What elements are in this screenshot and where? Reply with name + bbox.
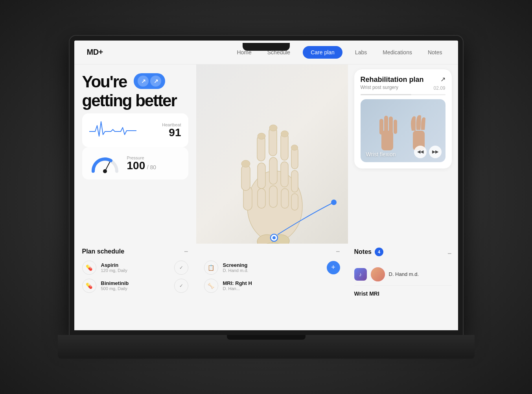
rehab-title-group: Rehabilitation plan Wrist post surgery [361, 76, 424, 90]
aspirin-name: Aspirin [101, 262, 169, 268]
binimetinib-icon: 💊 [82, 279, 96, 293]
expand-icon[interactable]: ↗ [440, 76, 445, 83]
wrist-mri-item: Wrist MRI [354, 287, 452, 297]
screening-item: 📋 Screening D. Hand m.d. + [204, 261, 340, 275]
schedule-list: 💊 Aspirin 120 mg, Daily ✓ 💊 Binimetinib [82, 261, 188, 293]
mri-icon: 🦴 [204, 279, 218, 293]
screening-name: Screening [223, 262, 322, 268]
center-panel [196, 65, 348, 244]
mri-name: MRI: Rght H [223, 280, 340, 286]
svg-rect-22 [291, 170, 298, 192]
skeleton-background [196, 65, 348, 244]
center-schedule-list: 📋 Screening D. Hand m.d. + 🦴 MRI: Rght H [204, 261, 340, 293]
nav-medications[interactable]: Medications [379, 47, 415, 58]
pressure-value-row: 100 / 80 [127, 160, 181, 171]
notes-section: Notes 4 − ♪ D. Hand m.d. Wrist MRI [348, 244, 458, 330]
aspirin-icon: 💊 [82, 261, 96, 275]
heartbeat-value: 91 [162, 127, 181, 138]
svg-rect-14 [269, 157, 277, 184]
mri-item: 🦴 MRI: Rght H D. Han... [204, 279, 340, 293]
notes-title: Notes [354, 248, 372, 255]
pressure-info: Pressure 100 / 80 [127, 155, 181, 171]
screening-text: Screening D. Hand m.d. [223, 262, 322, 273]
svg-rect-13 [269, 128, 277, 156]
heartbeat-card: Heartbeat 91 [82, 113, 188, 147]
plan-schedule-section: Plan schedule − 💊 Aspirin 120 mg, Daily … [74, 244, 196, 330]
svg-point-12 [258, 133, 265, 139]
notes-header: Notes 4 [354, 248, 383, 256]
gauge-svg [89, 154, 121, 173]
svg-rect-23 [291, 194, 298, 210]
mri-text: MRI: Rght H D. Han... [223, 280, 340, 291]
schedule-title: Plan schedule [82, 248, 125, 255]
heartbeat-svg [89, 120, 136, 139]
center-schedule-section: _ − 📋 Screening D. Hand m.d. + [196, 244, 348, 330]
gauge-container [89, 154, 121, 173]
hero-line2: getting better [82, 91, 188, 110]
hero-text: You're ↗ ↗ getting better [82, 72, 188, 111]
schedule-item-binimetinib: 💊 Binimetinib 500 mg, Daily ✓ [82, 279, 188, 293]
doctor-name: D. Hand m.d. [389, 271, 419, 277]
right-panel: Rehabilitation plan Wrist post surgery ↗… [348, 65, 458, 244]
svg-rect-7 [241, 165, 250, 191]
note-item-doctor: ♪ D. Hand m.d. [354, 263, 452, 286]
rehab-progress-bar [361, 94, 445, 95]
binimetinib-text: Binimetinib 500 mg, Daily [101, 280, 169, 291]
svg-rect-32 [389, 117, 393, 133]
trend-arrow-1: ↗ [138, 76, 149, 87]
rehab-controls: ◀◀ ▶▶ [414, 146, 442, 158]
pressure-diastolic: / 80 [147, 164, 156, 170]
pressure-card: Pressure 100 / 80 [82, 147, 188, 179]
svg-rect-18 [281, 162, 288, 187]
svg-rect-29 [381, 131, 393, 150]
rehabilitation-card: Rehabilitation plan Wrist post surgery ↗… [354, 69, 452, 168]
svg-rect-19 [281, 189, 289, 208]
ctrl-rewind[interactable]: ◀◀ [414, 146, 427, 158]
doctor-avatar [371, 267, 385, 281]
svg-rect-15 [269, 186, 277, 207]
aspirin-text: Aspirin 120 mg, Daily [101, 262, 169, 273]
rehab-header: Rehabilitation plan Wrist post surgery ↗… [361, 76, 445, 91]
svg-point-28 [331, 200, 337, 205]
svg-point-27 [272, 236, 276, 239]
heartbeat-info: Heartbeat 91 [162, 122, 181, 138]
notes-count-badge: 4 [375, 248, 383, 256]
left-panel: You're ↗ ↗ getting better [74, 65, 196, 244]
wrist-mri-title: Wrist MRI [354, 290, 452, 297]
svg-rect-10 [258, 163, 265, 189]
svg-line-1 [105, 162, 110, 171]
rehab-title: Rehabilitation plan [361, 76, 424, 84]
svg-rect-33 [394, 120, 397, 134]
rehab-image: Wrist flexion ◀◀ ▶▶ [361, 99, 445, 162]
nav-labs[interactable]: Labs [352, 47, 370, 58]
nav-notes[interactable]: Notes [425, 47, 445, 58]
svg-point-24 [291, 145, 298, 150]
ctrl-forward[interactable]: ▶▶ [429, 146, 442, 158]
app-logo: MD+ [87, 48, 103, 57]
rehab-progress-fill [361, 94, 412, 95]
svg-point-16 [269, 125, 277, 131]
notes-collapse[interactable]: − [447, 250, 452, 258]
svg-rect-31 [384, 116, 388, 133]
hero-line1: You're ↗ ↗ [82, 72, 188, 91]
rehab-image-label: Wrist flexion [366, 151, 396, 157]
mri-detail: D. Han... [223, 286, 340, 291]
binimetinib-name: Binimetinib [101, 280, 169, 286]
svg-point-8 [241, 160, 250, 167]
hand-skeleton-svg [212, 65, 338, 244]
rehab-subtitle: Wrist post surgery [361, 85, 424, 90]
laptop-base [58, 335, 475, 359]
svg-rect-30 [379, 119, 383, 135]
trend-arrow-2: ↗ [150, 76, 161, 87]
binimetinib-detail: 500 mg, Daily [101, 286, 169, 291]
add-screening-button[interactable]: + [327, 261, 340, 274]
screening-detail: D. Hand m.d. [223, 268, 322, 273]
center-schedule-header: _ − [204, 248, 340, 256]
hand-left-svg [376, 107, 399, 154]
center-collapse[interactable]: − [336, 248, 340, 256]
aspirin-check-icon: ✓ [174, 261, 188, 275]
schedule-collapse[interactable]: − [184, 248, 188, 256]
svg-rect-11 [258, 189, 265, 208]
nav-care-plan[interactable]: Care plan [303, 46, 342, 59]
heartbeat-line [89, 120, 156, 141]
